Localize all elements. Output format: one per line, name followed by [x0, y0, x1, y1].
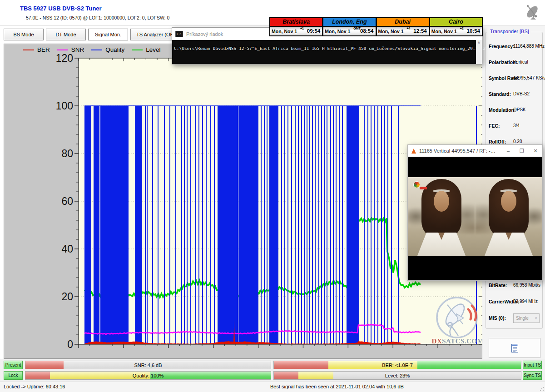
- tuner-subtitle: 57.0E - NSS 12 (ID: 0570) @ LOF1: 100000…: [26, 15, 169, 20]
- lock-uptime-status: Locked -> Uptime: 60:43:16: [4, 384, 65, 389]
- polarization-value: Vertical: [513, 60, 528, 65]
- minimize-button[interactable]: –: [505, 148, 511, 154]
- y-tick-label: 40: [50, 243, 73, 255]
- sync-ts-button[interactable]: Sync TS: [523, 371, 542, 380]
- rolloff-value: 0.20: [513, 139, 522, 144]
- clock-dubai: Dubai Mon, Nov 1 +4 12:54: [377, 17, 430, 36]
- chart-legend: BER SNR Quality Level: [23, 46, 168, 53]
- tab-signal-mon[interactable]: Signal Mon.: [88, 29, 128, 40]
- clock-time: 09:54: [307, 28, 320, 34]
- clock-offset: +2: [460, 27, 464, 30]
- legend-item-level: Level: [132, 46, 160, 53]
- video-singer: [416, 179, 466, 256]
- legend-label-level: Level: [146, 46, 160, 53]
- vlc-video-area[interactable]: [408, 157, 542, 280]
- channel-logo-tag: [420, 187, 427, 189]
- quality-meter-label: Quality: 100%: [25, 373, 271, 378]
- legend-line-ber: [23, 50, 34, 50]
- resize-grip[interactable]: [540, 387, 544, 391]
- snr-meter: SNR: 4,6 dB: [25, 361, 271, 369]
- legend-line-snr: [57, 50, 68, 50]
- video-scene-right-mirrored: [475, 177, 542, 256]
- letterbox-top: [408, 157, 542, 177]
- present-indicator-button[interactable]: Present: [4, 361, 23, 369]
- log-list-button[interactable]: [489, 338, 540, 358]
- rolloff-label: RollOff:: [489, 139, 506, 144]
- modulation-value: QPSK: [513, 107, 526, 112]
- page-title: TBS 5927 USB DVB-S2 Tuner: [20, 5, 102, 12]
- cmd-output-area: C:\Users\Roman Dávid>NSS 12-57°E_East Af…: [172, 40, 482, 64]
- best-signal-status: Best signal has been seen at 2021-11-01 …: [270, 384, 404, 389]
- bitrate-label: BitRate:: [489, 283, 507, 288]
- clock-city: Dubai: [377, 18, 429, 27]
- singer-face: [434, 191, 449, 212]
- clock-city: Bratislava: [270, 18, 322, 27]
- cmd-window-title: Príkazový riadok: [186, 31, 223, 37]
- mis-dropdown[interactable]: Single ∨: [513, 313, 540, 323]
- clock-time: 10:54: [467, 28, 480, 34]
- modulation-label: Modulation:: [489, 107, 515, 113]
- legend-line-quality: [91, 50, 102, 50]
- close-button[interactable]: ✕: [532, 148, 539, 154]
- document-list-icon: [511, 344, 518, 352]
- console-icon: C:\: [175, 31, 183, 37]
- bitrate-value: 66,953 Mbit/s: [513, 283, 540, 288]
- clock-offset: GMT: [353, 27, 361, 30]
- letterbox-bottom: [408, 256, 542, 280]
- standard-value: DVB-S2: [513, 91, 530, 96]
- clock-body: Mon, Nov 1 +4 12:54: [377, 27, 429, 35]
- clock-date: Mon, Nov 1: [272, 29, 297, 34]
- y-tick-label: 0: [50, 338, 73, 351]
- standard-label: Standard:: [489, 91, 511, 97]
- y-tick-label: 20: [50, 291, 73, 303]
- maximize-button[interactable]: ❒: [519, 148, 525, 154]
- frequency-label: Frequency:: [489, 44, 515, 49]
- tab-dt-mode[interactable]: DT Mode: [46, 29, 86, 40]
- dxsatcs-watermark: DXSATCS.COM: [430, 296, 486, 348]
- channel-logo-ball: [413, 181, 420, 188]
- ber-meter: BER: <1.0E-7: [273, 361, 521, 369]
- satellite-dish-icon: [521, 2, 542, 23]
- legend-label-quality: Quality: [105, 46, 124, 53]
- clock-cairo: Cairo Mon, Nov 1 +2 10:54: [430, 17, 483, 36]
- clock-time: 12:54: [413, 28, 426, 34]
- transponder-group-label: Transponder [BS]: [488, 29, 531, 34]
- world-clocks: Bratislava Mon, Nov 1 +1 09:54 London, E…: [269, 17, 483, 36]
- input-ts-button[interactable]: Input TS: [523, 361, 542, 369]
- carrierwidth-value: 53,994 MHz: [513, 299, 538, 304]
- y-tick-label: 80: [50, 148, 73, 160]
- cmd-prompt-line: C:\Users\Roman Dávid>NSS 12-57°E_East Af…: [174, 46, 491, 51]
- y-tick-label: 120: [50, 52, 73, 65]
- tab-bs-mode[interactable]: BS Mode: [4, 29, 44, 40]
- lock-indicator-button[interactable]: Lock: [4, 371, 23, 380]
- fec-label: FEC:: [489, 123, 500, 129]
- vlc-player-window: 11165 Vertical 44995,547 / RF: -41 SNR: …: [407, 144, 543, 281]
- mode-tab-row: BS Mode DT Mode Signal Mon. TS Analyzer …: [4, 29, 181, 40]
- clock-city: London, Eng: [323, 18, 375, 27]
- snr-meter-label: SNR: 4,6 dB: [25, 362, 271, 368]
- vlc-titlebar[interactable]: 11165 Vertical 44995,547 / RF: -41 SNR: …: [408, 145, 542, 157]
- clock-offset: +1: [300, 27, 304, 30]
- fec-value: 3/4: [513, 123, 520, 128]
- singer-face: [501, 191, 516, 212]
- level-meter-label: Level: 23%: [274, 373, 521, 378]
- chevron-down-icon: ∨: [535, 316, 537, 320]
- legend-line-level: [132, 50, 143, 50]
- cmd-scrollbar[interactable]: ∧: [476, 40, 482, 64]
- quality-meter: Quality: 100%: [25, 371, 271, 380]
- clock-date: Mon, Nov 1: [378, 29, 404, 34]
- ber-meter-label: BER: <1.0E-7: [274, 362, 521, 368]
- scroll-up-icon[interactable]: ∧: [476, 40, 482, 45]
- mis-selected-value: Single: [516, 316, 529, 321]
- channel-logo: [413, 181, 429, 190]
- level-meter: Level: 23%: [273, 371, 521, 380]
- clock-body: Mon, Nov 1 GMT 08:54: [323, 27, 375, 35]
- clock-body: Mon, Nov 1 +1 09:54: [270, 27, 322, 35]
- clock-date: Mon, Nov 1: [431, 29, 457, 34]
- symbol-rate-value: 44995,547 KS/s: [513, 75, 545, 80]
- legend-label-ber: BER: [37, 46, 50, 53]
- video-singer: [484, 179, 534, 256]
- clock-offset: +4: [407, 27, 411, 30]
- clock-bratislava: Bratislava Mon, Nov 1 +1 09:54: [269, 17, 323, 36]
- y-tick-label: 60: [50, 195, 73, 208]
